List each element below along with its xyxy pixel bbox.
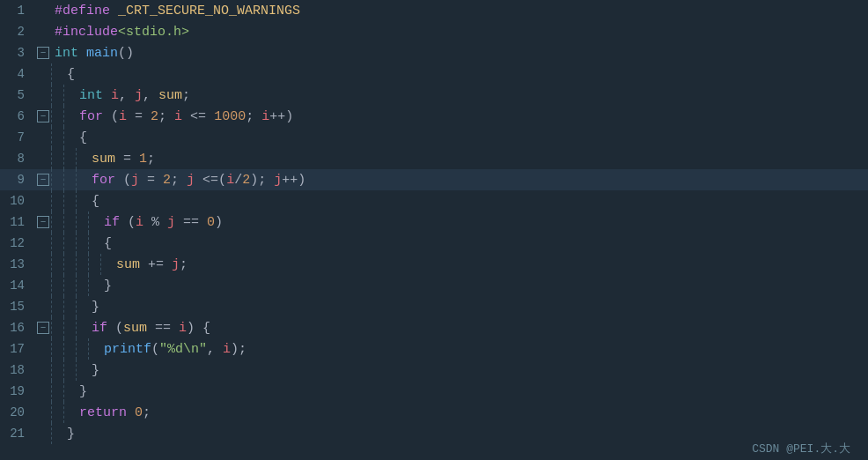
- fold-gutter[interactable]: −: [35, 216, 51, 228]
- code-token: printf: [104, 342, 151, 357]
- fold-gutter[interactable]: −: [35, 322, 51, 334]
- line-number: 8: [0, 152, 35, 166]
- code-token: for: [79, 109, 103, 124]
- code-token: <=(: [195, 173, 226, 188]
- code-token: ==: [175, 215, 207, 230]
- code-content: {: [88, 194, 99, 209]
- indent-guide: [51, 63, 63, 85]
- indent-guide: [63, 190, 76, 211]
- fold-icon[interactable]: −: [37, 322, 49, 334]
- code-content: sum = 1;: [88, 152, 155, 167]
- code-token: ;: [246, 109, 261, 124]
- code-token: =: [139, 173, 163, 188]
- indent-guide: [88, 211, 100, 233]
- code-token: sum: [158, 88, 182, 103]
- table-row: 2#include<stdio.h>: [0, 21, 868, 42]
- line-number: 15: [0, 300, 35, 314]
- code-token: 2: [242, 173, 250, 188]
- code-token: =: [115, 152, 139, 167]
- indent-guide: [51, 106, 63, 127]
- fold-gutter[interactable]: −: [35, 110, 51, 122]
- code-token: {: [92, 194, 99, 209]
- indent-guide: [63, 360, 76, 381]
- code-token: i: [119, 109, 127, 124]
- line-number: 6: [0, 109, 35, 123]
- line-number: 11: [0, 215, 35, 229]
- table-row: 6−for (i = 2; i <= 1000; i++): [0, 106, 868, 127]
- indent-guide: [76, 169, 88, 190]
- code-content: #define _CRT_SECURE_NO_WARNINGS: [51, 4, 300, 19]
- code-content: return 0;: [76, 405, 151, 420]
- code-token: 0: [207, 215, 215, 230]
- table-row: 17printf("%d\n", i);: [0, 338, 868, 360]
- table-row: 1#define _CRT_SECURE_NO_WARNINGS: [0, 0, 868, 21]
- code-token: +=: [140, 257, 172, 272]
- line-number: 14: [0, 278, 35, 293]
- table-row: 14}: [0, 275, 868, 296]
- fold-gutter[interactable]: −: [35, 47, 51, 59]
- indent-guide: [76, 233, 88, 254]
- table-row: 20return 0;: [0, 402, 868, 423]
- line-number: 2: [0, 25, 35, 39]
- table-row: 13sum += j;: [0, 254, 868, 275]
- indent-guide: [51, 127, 63, 148]
- code-token: (): [118, 46, 134, 61]
- table-row: 19}: [0, 381, 868, 402]
- table-row: 15}: [0, 296, 868, 317]
- indent-guide: [51, 381, 63, 402]
- fold-icon[interactable]: −: [37, 216, 49, 228]
- indent-guide: [51, 275, 63, 296]
- code-token: (: [115, 173, 131, 188]
- code-token: ,: [143, 88, 158, 103]
- indent-guide: [76, 317, 88, 338]
- indent-guide: [51, 148, 63, 169]
- code-token: =: [127, 109, 151, 124]
- code-token: for: [92, 173, 115, 188]
- code-token: ,: [207, 342, 223, 357]
- code-token: i: [179, 321, 187, 336]
- fold-icon[interactable]: −: [37, 174, 49, 186]
- code-token: i: [223, 342, 231, 357]
- code-token: ;: [180, 257, 188, 272]
- indent-guide: [76, 148, 88, 169]
- code-token: #include: [55, 25, 118, 40]
- line-number: 12: [0, 236, 35, 250]
- code-token: sum: [92, 152, 115, 167]
- line-number: 19: [0, 384, 35, 398]
- indent-guide: [63, 275, 76, 296]
- line-number: 9: [0, 173, 35, 187]
- code-token: sum: [123, 321, 147, 336]
- fold-icon[interactable]: −: [37, 47, 49, 59]
- code-token: i: [111, 88, 119, 103]
- table-row: 7{: [0, 127, 868, 148]
- code-token: <stdio.h>: [118, 25, 189, 40]
- code-token: ++): [282, 173, 305, 188]
- indent-guide: [63, 127, 76, 148]
- code-token: i: [226, 173, 234, 188]
- code-token: (: [107, 321, 123, 336]
- line-number: 17: [0, 342, 35, 356]
- code-token: j: [274, 173, 282, 188]
- code-content: {: [100, 236, 112, 251]
- code-token: <=: [182, 109, 214, 124]
- code-content: for (i = 2; i <= 1000; i++): [76, 109, 293, 124]
- code-token: ;: [147, 152, 155, 167]
- indent-guide: [63, 381, 76, 402]
- code-token: _CRT_SECURE_NO_WARNINGS: [118, 4, 300, 19]
- indent-guide: [51, 190, 63, 211]
- code-token: 2: [163, 173, 171, 188]
- code-token: return: [79, 405, 127, 420]
- line-number: 4: [0, 67, 35, 81]
- code-content: }: [76, 384, 87, 399]
- code-token: {: [104, 236, 112, 251]
- code-token: [78, 46, 86, 61]
- code-token: j: [167, 215, 175, 230]
- table-row: 16−if (sum == i) {: [0, 317, 868, 338]
- fold-gutter[interactable]: −: [35, 174, 51, 186]
- fold-icon[interactable]: −: [37, 110, 49, 122]
- indent-guide: [88, 338, 100, 360]
- table-row: 8sum = 1;: [0, 148, 868, 169]
- code-token: );: [231, 342, 246, 357]
- code-content: sum += j;: [113, 257, 188, 272]
- indent-guide: [51, 211, 63, 233]
